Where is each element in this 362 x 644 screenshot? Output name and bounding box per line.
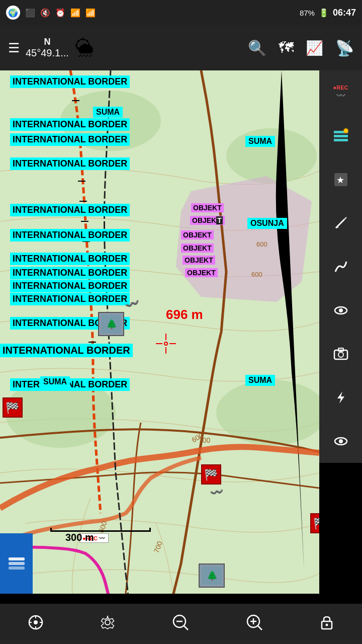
photo-thumb-2[interactable]: 🌲 (199, 564, 225, 588)
svg-text:★: ★ (336, 175, 344, 185)
svg-point-26 (164, 342, 167, 345)
objekt-label-5: OBJEKT (183, 256, 215, 265)
suma-label-1: SUMA (93, 107, 123, 118)
route-button[interactable] (326, 252, 356, 282)
objekt-label-1: OBJEKT (191, 203, 224, 212)
time-display: 06:47 (333, 8, 356, 18)
suma-label-2: SUMA (245, 136, 275, 147)
suma-label-3: SUMA (40, 376, 70, 387)
objekt-label-2: OBJEKT (190, 216, 225, 225)
gear-icon (100, 614, 116, 630)
settings-button[interactable] (100, 614, 116, 634)
flag-marker-1: 🏁 (3, 397, 23, 418)
bottom-toolbar (0, 604, 362, 644)
zoom-in-icon (245, 613, 263, 631)
bookmark-star-icon: ★ (333, 172, 348, 187)
svg-text:🌲: 🌲 (207, 570, 218, 581)
border-label-10: INTERNATIONAL BORDER (10, 293, 130, 305)
svg-rect-47 (334, 139, 348, 141)
distance-label: 696 m (166, 307, 203, 323)
objekt-label-6: OBJEKT (185, 268, 218, 277)
svg-point-67 (34, 620, 38, 624)
camera-icon (333, 346, 348, 361)
bookmark-button[interactable]: ★ (326, 165, 356, 195)
svg-line-75 (184, 626, 188, 630)
mute-icon: 🔇 (40, 8, 50, 18)
battery-icon: 🔋 (319, 8, 329, 18)
crosshair (153, 331, 178, 356)
lock-icon (319, 615, 334, 630)
weather-icon: 🌦 (75, 37, 94, 59)
suma-label-4: SUMA (245, 375, 275, 386)
border-label-7: INTERNATIONAL BORDER (10, 253, 130, 265)
rec-button[interactable]: ●REC 〰️ (326, 77, 356, 107)
svg-text:🌲: 🌲 (106, 318, 118, 330)
zoom-out-icon (171, 613, 190, 631)
lightning-icon (333, 390, 348, 405)
satellite-button[interactable]: 📡 (335, 39, 354, 57)
search-button[interactable]: 🔍 (248, 39, 266, 57)
svg-point-49 (344, 129, 347, 132)
svg-line-52 (336, 219, 344, 228)
objekt-label-4: OBJEKT (181, 244, 214, 253)
svg-text:🏁: 🏁 (6, 401, 20, 415)
border-label-13: INTERNATIONAL BORDER (10, 378, 130, 391)
objekt-label-3: OBJEKT (181, 230, 214, 239)
visibility-button-2[interactable] (326, 426, 356, 456)
compass-north: N (26, 37, 69, 47)
lock-button[interactable] (319, 615, 334, 633)
visibility-button-1[interactable] (326, 295, 356, 326)
map-area[interactable]: 600 600 700 700 600 600 INTERNATIONAL BO… (0, 70, 319, 594)
map-button[interactable]: 🗺 (279, 39, 294, 56)
border-label-5: INTERNATIONAL BORDER (10, 204, 130, 216)
svg-point-58 (338, 352, 343, 357)
border-label-9: INTERNATIONAL BORDER (10, 280, 130, 292)
flag-marker-2: 🏁 (201, 464, 221, 485)
layers-icon (332, 127, 350, 145)
border-label-2: INTERNATIONAL BORDER (10, 118, 130, 131)
rec-wave-icon: 〰️ (336, 91, 346, 100)
svg-text:600: 600 (256, 240, 267, 248)
photo-thumb-1[interactable]: 🌲 (98, 312, 124, 336)
svg-rect-65 (9, 567, 25, 570)
wifi-icon: 📶 (70, 8, 80, 18)
scale-bar: 300 m (50, 528, 151, 543)
top-toolbar: ☰ N 45°49.1... 🌦 🔍 🗺 📈 📡 (0, 25, 362, 70)
zoom-out-button[interactable] (171, 613, 190, 635)
scale-text: 300 m (65, 532, 94, 543)
route-icon (333, 259, 348, 274)
edit-button[interactable] (326, 208, 356, 238)
battery-text: 87% (300, 9, 315, 17)
layers-button[interactable] (0, 533, 33, 594)
menu-button[interactable]: ☰ (8, 40, 20, 56)
location-button[interactable] (28, 614, 44, 634)
svg-line-54 (344, 217, 346, 219)
border-label-1: INTERNATIONAL BORDER (10, 75, 130, 88)
svg-text:🏁: 🏁 (204, 468, 218, 481)
svg-rect-64 (9, 562, 25, 565)
svg-point-81 (325, 623, 328, 626)
svg-text:🏁: 🏁 (313, 517, 319, 530)
flag-marker-3: 🏁 (310, 513, 319, 533)
pencil-icon (333, 215, 348, 230)
svg-line-79 (258, 626, 262, 630)
eye-2-icon (333, 434, 348, 449)
location-icon (28, 614, 44, 630)
eye-icon (333, 303, 348, 318)
app-icon: 🌍 (6, 6, 20, 20)
cast-icon: ⬛ (25, 8, 35, 18)
border-label-12: INTERNATIONAL BORDER (0, 344, 133, 357)
border-label-8: INTERNATIONAL BORDER (10, 267, 130, 279)
right-toolbar: ●REC 〰️ ★ (319, 70, 362, 463)
camera-button[interactable] (326, 339, 356, 369)
svg-point-72 (105, 620, 110, 625)
svg-text:700: 700 (199, 436, 211, 444)
zoom-in-button[interactable] (245, 613, 263, 635)
svg-text:600: 600 (251, 271, 262, 278)
layers-right-button[interactable] (326, 121, 356, 151)
chart-button[interactable]: 📈 (306, 40, 323, 56)
svg-rect-46 (334, 135, 348, 137)
lightning-button[interactable] (326, 382, 356, 413)
status-bar: 🌍 ⬛ 🔇 ⏰ 📶 📶 87% 🔋 06:47 (0, 0, 362, 25)
layers-stack-icon (7, 553, 27, 574)
